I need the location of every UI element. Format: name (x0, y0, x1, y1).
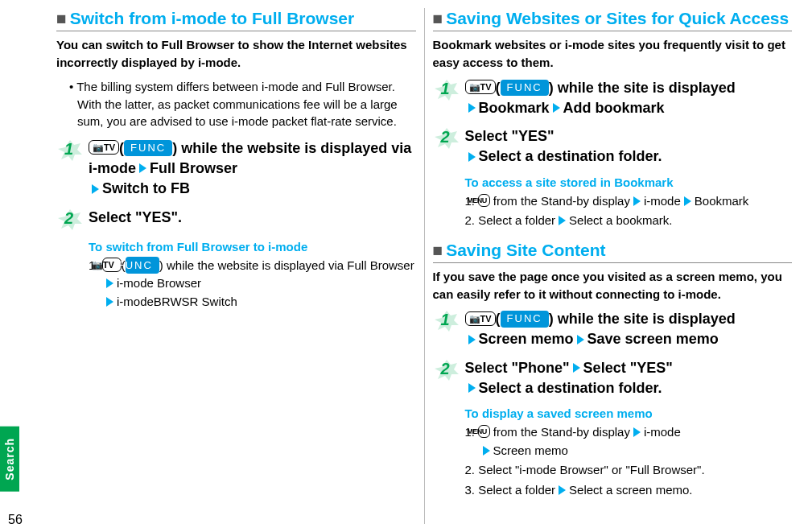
step-2-body: Select "YES" Select a destination folder… (465, 126, 793, 167)
sub-list: 1. MENU from the Stand-by displayi-modeB… (465, 192, 793, 230)
section-title-switch: ■Switch from i-mode to Full Browser (56, 8, 416, 31)
arrow-icon (92, 184, 99, 194)
menu-key-icon: MENU (478, 425, 490, 438)
step-row: 2 Select "YES" Select a destination fold… (433, 126, 793, 167)
arrow-icon (633, 427, 641, 437)
step-row: 1 📷TV(FUNC) while the website is display… (56, 138, 416, 200)
intro-text: You can switch to Full Browser to show t… (56, 36, 416, 72)
arrow-icon (577, 335, 584, 344)
section-title-saving-content: ■Saving Site Content (433, 240, 793, 263)
section-title-text: Saving Websites or Sites for Quick Acces… (446, 9, 789, 27)
step-2-body: Select "Phone"Select "YES" Select a dest… (465, 358, 793, 398)
bullet-note: The billing system differs between i-mod… (69, 78, 416, 130)
column-right: ■Saving Websites or Sites for Quick Acce… (424, 8, 801, 524)
arrow-icon (559, 485, 566, 495)
arrow-icon (106, 278, 113, 288)
camera-key-icon: 📷TV (465, 80, 496, 94)
arrow-icon (483, 446, 490, 456)
step-1-body: 📷TV(FUNC) while the site is displayed Bo… (465, 78, 793, 118)
arrow-icon (468, 152, 476, 162)
sub-title: To access a site stored in Bookmark (465, 175, 793, 189)
step-2-body: Select "YES". (89, 208, 416, 232)
step-1-body: 📷TV(FUNC) while the website is displayed… (89, 138, 416, 200)
sub-title: To switch from Full Browser to i-mode (89, 240, 416, 254)
arrow-icon (684, 196, 691, 206)
arrow-icon (559, 216, 566, 225)
camera-key-icon: 📷TV (89, 140, 119, 155)
section-title-text: Switch from i-mode to Full Browser (70, 9, 355, 27)
func-badge: FUNC (501, 311, 549, 327)
camera-key-icon: 📷TV (465, 311, 496, 326)
square-bullet-icon: ■ (56, 9, 67, 27)
step-number-1-icon: 1 (433, 78, 460, 102)
arrow-icon (106, 297, 113, 307)
column-left: ■Switch from i-mode to Full Browser You … (48, 8, 424, 524)
func-badge: FUNC (124, 140, 172, 156)
intro-text: Bookmark websites or i-mode sites you fr… (433, 36, 793, 72)
sub-title: To display a saved screen memo (465, 406, 793, 420)
func-badge: FUNC (501, 80, 549, 96)
arrow-icon (468, 335, 476, 344)
step-1-body: 📷TV(FUNC) while the site is displayed Sc… (465, 309, 793, 349)
sub-list: 1. 📷TV(FUNC) while the website is displa… (89, 257, 416, 311)
step-number-1-icon: 1 (433, 309, 460, 333)
step-row: 1 📷TV(FUNC) while the site is displayed … (433, 309, 793, 349)
step-row: 2 Select "Phone"Select "YES" Select a de… (433, 358, 793, 398)
section-title-text: Saving Site Content (446, 241, 605, 259)
sub-list: 1. MENU from the Stand-by displayi-mode … (465, 423, 793, 499)
step-number-2-icon: 2 (56, 208, 84, 232)
step-number-2-icon: 2 (433, 126, 460, 151)
intro-text: If you save the page once you visited as… (433, 268, 793, 303)
left-margin: Search 56 (0, 0, 48, 532)
square-bullet-icon: ■ (433, 9, 443, 27)
step-number-2-icon: 2 (433, 358, 460, 382)
square-bullet-icon: ■ (433, 241, 443, 259)
side-tab-search: Search (0, 427, 19, 492)
step-row: 1 📷TV(FUNC) while the site is displayed … (433, 78, 793, 118)
page-number: 56 (8, 513, 23, 527)
arrow-icon (573, 363, 580, 373)
step-row: 2 Select "YES". (56, 208, 416, 232)
step-number-1-icon: 1 (56, 138, 84, 163)
arrow-icon (468, 103, 476, 113)
arrow-icon (139, 163, 146, 173)
menu-key-icon: MENU (478, 194, 490, 207)
arrow-icon (553, 103, 560, 113)
arrow-icon (468, 383, 476, 393)
section-title-saving-sites: ■Saving Websites or Sites for Quick Acce… (433, 8, 793, 31)
func-badge: FUNC (126, 257, 159, 274)
arrow-icon (633, 196, 641, 206)
